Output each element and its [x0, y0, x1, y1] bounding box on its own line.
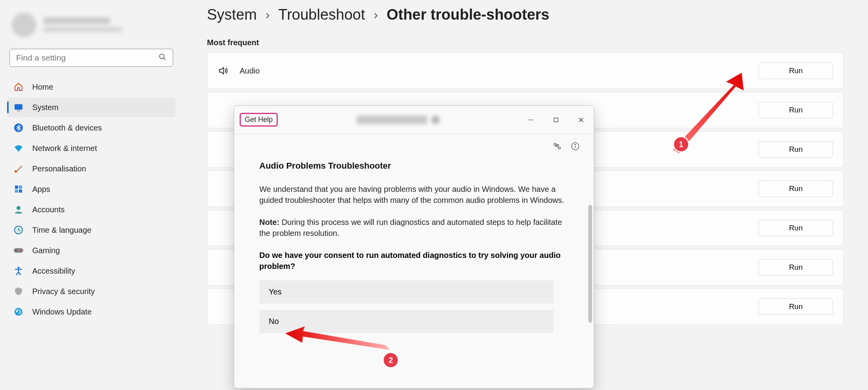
sidebar-item-privacy[interactable]: Privacy & security	[7, 281, 175, 301]
run-button[interactable]: Run	[759, 298, 833, 315]
breadcrumb-system[interactable]: System	[207, 6, 257, 23]
svg-point-16	[18, 267, 20, 269]
option-yes[interactable]: Yes	[259, 280, 554, 304]
scrollbar[interactable]	[588, 154, 592, 384]
option-no[interactable]: No	[259, 310, 554, 333]
flow-icon[interactable]	[553, 142, 561, 152]
svg-point-5	[15, 170, 17, 173]
sidebar-item-label: Windows Update	[32, 307, 92, 316]
run-button[interactable]: Run	[759, 141, 833, 158]
run-button[interactable]: Run	[759, 102, 833, 118]
svg-line-1	[164, 58, 166, 60]
svg-rect-19	[554, 118, 558, 122]
titlebar-avatar-blur	[431, 116, 440, 124]
sidebar-nav: Home System Bluetooth & devices Network …	[7, 77, 175, 322]
minimize-button[interactable]	[518, 110, 543, 129]
chevron-right-icon: ›	[374, 7, 378, 22]
system-icon	[13, 102, 24, 112]
scrollbar-thumb[interactable]	[588, 205, 592, 323]
annotation-badge-2: 2	[382, 352, 399, 368]
titlebar-user-blur	[356, 116, 427, 124]
svg-rect-7	[19, 186, 22, 189]
sidebar-item-label: Gaming	[32, 246, 60, 255]
search-input[interactable]	[16, 53, 159, 63]
sidebar-item-bluetooth[interactable]: Bluetooth & devices	[7, 118, 175, 138]
speaker-icon	[218, 65, 229, 76]
info-icon[interactable]	[571, 142, 580, 152]
breadcrumb-troubleshoot[interactable]: Troubleshoot	[278, 6, 365, 23]
search-input-wrap[interactable]	[9, 49, 173, 67]
svg-rect-3	[17, 110, 20, 111]
home-icon	[13, 82, 24, 92]
sidebar-item-time[interactable]: Time & language	[7, 220, 175, 240]
svg-point-14	[15, 250, 17, 251]
maximize-button[interactable]	[543, 110, 569, 129]
close-button[interactable]	[569, 110, 594, 129]
sidebar-item-label: Personalisation	[32, 164, 86, 173]
svg-rect-8	[15, 189, 18, 193]
sidebar: Home System Bluetooth & devices Network …	[0, 0, 183, 390]
svg-rect-2	[15, 104, 22, 110]
search-icon	[159, 53, 166, 63]
svg-point-22	[554, 143, 556, 146]
svg-point-23	[558, 147, 561, 149]
sidebar-item-apps[interactable]: Apps	[7, 179, 175, 199]
get-help-window: Get Help Audio Problems Troubleshooter W…	[234, 105, 594, 388]
sidebar-item-network[interactable]: Network & internet	[7, 138, 175, 158]
profile-name-blur	[43, 17, 110, 24]
profile-email-blur	[43, 27, 122, 32]
person-icon	[13, 204, 24, 215]
sidebar-item-label: Accessibility	[32, 267, 75, 276]
sidebar-item-label: Accounts	[32, 205, 65, 214]
run-button[interactable]: Run	[759, 259, 833, 276]
popup-paragraph: We understand that you are having proble…	[259, 184, 569, 206]
sidebar-item-gaming[interactable]: Gaming	[7, 241, 175, 260]
titlebar: Get Help	[234, 106, 594, 134]
popup-title: Audio Problems Troubleshooter	[259, 161, 569, 171]
avatar	[12, 13, 36, 37]
sidebar-item-label: Privacy & security	[32, 287, 95, 296]
popup-note: Note: During this process we will run di…	[259, 217, 569, 239]
sidebar-item-label: Home	[32, 83, 53, 92]
sidebar-item-personalisation[interactable]: Personalisation	[7, 159, 175, 178]
svg-point-15	[20, 250, 22, 251]
sidebar-item-accessibility[interactable]: Accessibility	[7, 261, 175, 281]
sidebar-item-label: Network & internet	[32, 144, 97, 153]
brush-icon	[13, 164, 24, 174]
svg-rect-13	[14, 248, 23, 253]
sidebar-item-label: Time & language	[32, 226, 91, 235]
svg-rect-9	[19, 189, 22, 193]
app-name-highlight: Get Help	[240, 113, 278, 127]
run-button[interactable]: Run	[759, 220, 833, 236]
sidebar-item-label: System	[32, 103, 59, 112]
sidebar-item-label: Bluetooth & devices	[32, 123, 102, 132]
breadcrumb-current: Other trouble-shooters	[386, 6, 549, 23]
svg-point-10	[17, 206, 20, 210]
annotation-badge-1: 1	[673, 136, 689, 153]
svg-rect-6	[15, 186, 18, 189]
popup-body: Audio Problems Troubleshooter We underst…	[234, 134, 594, 388]
clock-icon	[13, 225, 24, 235]
sidebar-item-accounts[interactable]: Accounts	[7, 200, 175, 219]
apps-icon	[13, 184, 24, 194]
sidebar-item-label: Apps	[32, 185, 50, 194]
sidebar-item-system[interactable]: System	[7, 98, 175, 117]
run-button[interactable]: Run	[759, 180, 833, 197]
accessibility-icon	[13, 266, 24, 276]
row-audio: Audio Run	[207, 53, 844, 89]
run-button[interactable]: Run	[759, 63, 833, 79]
sidebar-item-update[interactable]: Windows Update	[7, 302, 175, 322]
popup-question: Do we have your consent to run automated…	[259, 250, 569, 272]
update-icon	[13, 307, 24, 317]
sidebar-item-home[interactable]: Home	[7, 77, 175, 97]
svg-point-26	[575, 144, 576, 145]
gamepad-icon	[13, 245, 24, 256]
wifi-icon	[13, 143, 24, 153]
svg-point-0	[160, 54, 164, 59]
shield-icon	[13, 286, 24, 296]
breadcrumb: System › Troubleshoot › Other trouble-sh…	[207, 6, 844, 23]
svg-point-12	[15, 226, 22, 234]
bluetooth-icon	[13, 123, 24, 133]
profile-block[interactable]	[7, 9, 175, 47]
chevron-right-icon: ›	[266, 7, 270, 22]
